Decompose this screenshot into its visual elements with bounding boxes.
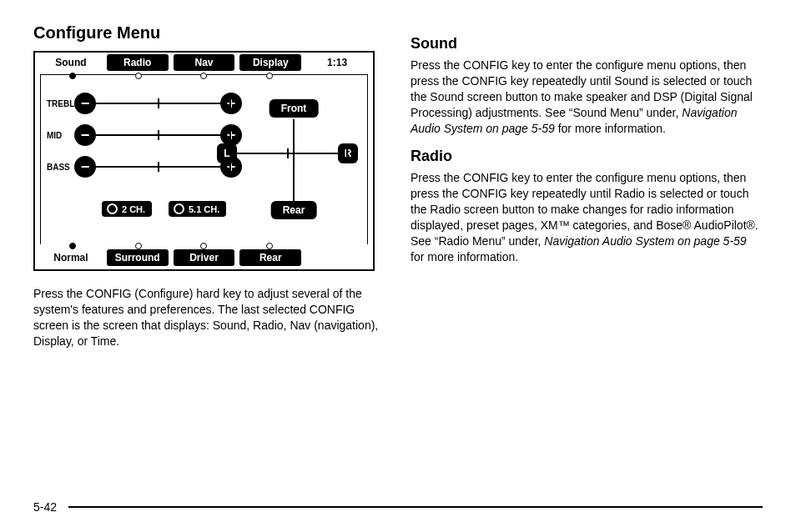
radio-heading: Radio xyxy=(411,148,763,165)
page-number: 5-42 xyxy=(33,500,68,514)
mid-minus-knob[interactable] xyxy=(74,124,96,146)
clock-display: 1:13 xyxy=(306,54,368,71)
configure-menu-heading: Configure Menu xyxy=(33,23,385,43)
tab-nav[interactable]: Nav xyxy=(174,54,235,71)
tab-sound[interactable]: Sound xyxy=(40,54,102,71)
balance-right-knob[interactable]: R xyxy=(338,143,358,163)
channel-51ch-label: 5.1 CH. xyxy=(189,204,219,214)
tab-radio[interactable]: Radio xyxy=(107,54,169,71)
channel-2ch-label: 2 CH. xyxy=(122,204,145,214)
balance-left-knob[interactable]: L xyxy=(217,143,237,163)
footer-rule xyxy=(68,506,763,508)
radio-xref: Navigation Audio System on page 5-59 xyxy=(544,234,746,248)
slider-treble[interactable]: TREBLE xyxy=(47,93,231,114)
slider-mid[interactable]: MID xyxy=(47,124,231,146)
mode-rear-button[interactable]: Rear xyxy=(239,249,301,266)
mode-surround-button[interactable]: Surround xyxy=(107,249,169,266)
radio-paragraph: Press the CONFIG key to enter the config… xyxy=(411,170,763,264)
mode-driver-button[interactable]: Driver xyxy=(174,249,235,266)
radio-icon xyxy=(174,203,184,214)
treble-minus-knob[interactable] xyxy=(74,93,96,114)
mode-normal-button[interactable]: Normal xyxy=(40,249,102,266)
configure-menu-paragraph: Press the CONFIG (Configure) hard key to… xyxy=(33,286,385,349)
balance-slider[interactable]: L R xyxy=(227,153,348,154)
fade-front-button[interactable]: Front xyxy=(270,99,319,118)
bass-minus-knob[interactable] xyxy=(74,156,96,178)
radio-icon xyxy=(107,203,118,214)
fade-track xyxy=(293,119,295,201)
sound-heading: Sound xyxy=(411,35,763,53)
treble-plus-knob[interactable] xyxy=(220,93,242,114)
tab-display[interactable]: Display xyxy=(239,54,301,71)
slider-bass[interactable]: BASS xyxy=(47,156,231,178)
channel-51ch-button[interactable]: 5.1 CH. xyxy=(169,201,226,217)
configure-menu-diagram: Sound Radio Nav Display 1:13 TREBLE xyxy=(33,51,375,271)
channel-2ch-button[interactable]: 2 CH. xyxy=(102,201,152,217)
sound-paragraph: Press the CONFIG key to enter the config… xyxy=(411,58,763,136)
fade-rear-button[interactable]: Rear xyxy=(271,201,317,219)
